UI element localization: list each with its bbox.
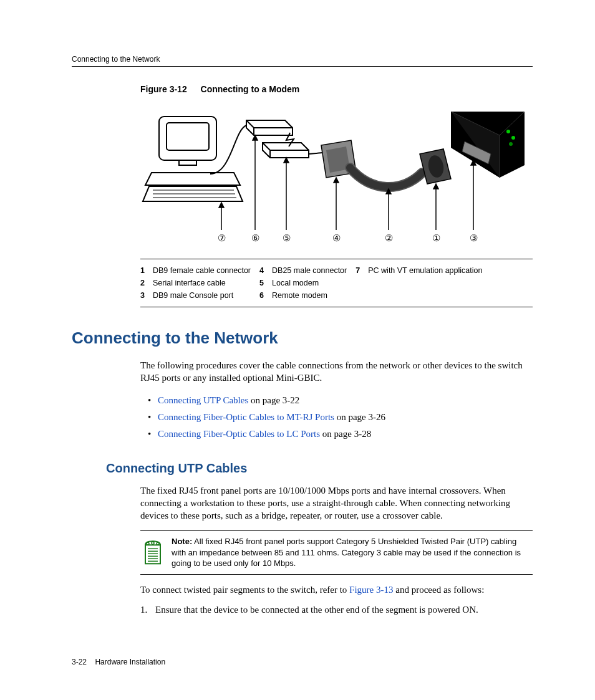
body-paragraph: To connect twisted pair segments to the … [140,583,533,596]
legend-row: 3DB9 male Console port [140,289,251,302]
list-item: •Connecting UTP Cables on page 3-22 [140,392,533,409]
page-number: 3-22 [72,658,87,666]
svg-point-7 [506,130,510,133]
xref-link[interactable]: Figure 3-13 [349,585,393,595]
figure-legend: 1DB9 female cable connector 2Serial inte… [140,259,533,302]
list-item: •Connecting Fiber-Optic Cables to MT-RJ … [140,409,533,426]
xref-tail: on page 3-22 [248,395,299,405]
svg-rect-2 [179,160,196,165]
bullet-list: •Connecting UTP Cables on page 3-22 •Con… [140,392,533,443]
step-number: 1. [140,603,155,616]
callout-4: ④ [332,233,341,243]
para-post: and proceed as follows: [394,585,485,595]
legend-row: 1DB9 female cable connector [140,264,251,277]
chapter-name: Hardware Installation [95,658,165,666]
svg-point-18 [147,543,149,545]
page-footer: 3-22 Hardware Installation [72,658,165,666]
list-item: •Connecting Fiber-Optic Cables to LC Por… [140,426,533,443]
xref-link[interactable]: Connecting Fiber-Optic Cables to LC Port… [158,429,320,439]
svg-rect-1 [167,123,209,150]
subsection-heading: Connecting UTP Cables [106,461,533,476]
callout-3: ③ [470,233,478,243]
callout-6: ⑥ [251,233,259,243]
svg-point-8 [511,136,515,140]
callout-2: ② [385,233,393,243]
body-paragraph: The fixed RJ45 front panel ports are 10/… [140,484,533,522]
note-text: Note: All fixed RJ45 front panel ports s… [172,536,530,569]
svg-point-20 [157,543,159,545]
figure-title: Connecting to a Modem [201,84,300,94]
running-head: Connecting to the Network [72,55,533,67]
modem-diagram: ⑦ ⑥ ⑤ ④ ② ① ③ [140,105,527,249]
xref-link[interactable]: Connecting Fiber-Optic Cables to MT-RJ P… [158,412,334,422]
procedure-step: 1.Ensure that the device to be connected… [140,603,533,616]
xref-tail: on page 3-28 [320,429,371,439]
step-text: Ensure that the device to be connected a… [155,603,478,616]
callout-7: ⑦ [218,233,226,243]
xref-tail: on page 3-26 [334,412,385,422]
callout-5: ⑤ [283,233,291,243]
note-box: Note: All fixed RJ45 front panel ports s… [140,530,533,575]
figure-caption: Figure 3-12 Connecting to a Modem [140,84,533,94]
legend-row: 7PC with VT emulation application [356,264,482,277]
figure-label: Figure 3-12 [140,84,187,94]
legend-row: 2Serial interface cable [140,277,251,289]
xref-link[interactable]: Connecting UTP Cables [158,395,248,405]
section-intro: The following procedures cover the cable… [140,359,533,385]
section-heading: Connecting to the Network [72,328,533,348]
note-body: All fixed RJ45 front panel ports support… [172,537,521,568]
callout-1: ① [432,233,440,243]
legend-row: 5Local modem [259,277,347,289]
figure-block: ⑦ ⑥ ⑤ ④ ② ① ③ 1DB9 female cable connecto… [140,105,533,307]
procedure-list: 1.Ensure that the device to be connected… [140,603,533,616]
svg-point-9 [509,142,513,146]
note-label: Note: [172,537,192,546]
svg-point-19 [152,542,154,545]
legend-row: 6Remote modem [259,289,347,302]
note-icon [143,536,163,569]
para-pre: To connect twisted pair segments to the … [140,585,349,595]
legend-row: 4DB25 male connector [259,264,347,277]
